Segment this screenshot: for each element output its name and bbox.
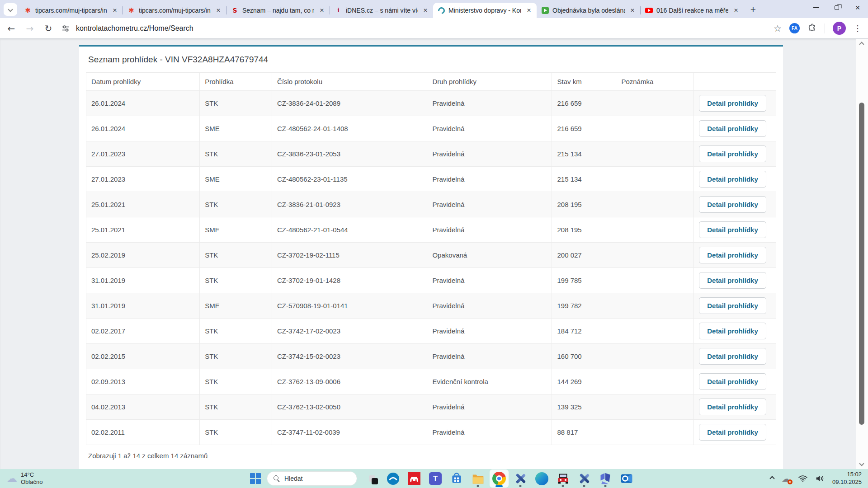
extension-fa-badge[interactable]: FA xyxy=(789,23,800,33)
cell-poznamka xyxy=(616,344,694,369)
detail-prohlidky-button[interactable]: Detail prohlídky xyxy=(699,272,766,289)
system-tray: ☁✕ 15:02 09.10.2025 xyxy=(770,471,868,486)
tab-title: Seznam – najdu tam, co nezná xyxy=(242,7,314,14)
app-x-program-2[interactable] xyxy=(575,469,594,488)
table-row: 31.01.2019 STK CZ-3702-19-01-1428 Pravid… xyxy=(86,268,776,293)
detail-prohlidky-button[interactable]: Detail prohlídky xyxy=(699,95,766,112)
cell-stav-km: 215 134 xyxy=(552,167,616,192)
app-x-program-1[interactable] xyxy=(511,469,530,488)
detail-prohlidky-button[interactable]: Detail prohlídky xyxy=(699,221,766,238)
cell-stav-km: 160 700 xyxy=(552,344,616,369)
tipcars-favicon: ✱ xyxy=(24,7,32,14)
detail-prohlidky-button[interactable]: Detail prohlídky xyxy=(699,323,766,339)
app-outlook[interactable] xyxy=(617,469,636,488)
omnibox[interactable]: kontrolatachometru.cz/Home/Search xyxy=(61,24,767,33)
task-view-button[interactable] xyxy=(362,469,381,488)
minimize-button[interactable] xyxy=(806,0,826,15)
detail-prohlidky-button[interactable]: Detail prohlídky xyxy=(699,196,766,213)
results-card: Seznam prohlídek - VIN VF32A8HZA47679744… xyxy=(79,45,783,469)
onedrive-icon[interactable]: ☁✕ xyxy=(782,474,790,483)
onedrive-error-badge: ✕ xyxy=(788,479,793,484)
detail-prohlidky-button[interactable]: Detail prohlídky xyxy=(699,399,766,415)
scroll-up-icon[interactable] xyxy=(859,42,864,47)
browser-menu-kebab-icon[interactable]: ⋮ xyxy=(854,23,862,33)
minimize-icon xyxy=(813,7,819,8)
back-button[interactable]: ← xyxy=(5,23,17,34)
taskbar-search[interactable]: Hledat xyxy=(267,471,357,486)
restore-icon xyxy=(835,5,839,10)
cell-druh: Evidenční kontrola xyxy=(427,369,552,394)
tab-close-icon[interactable]: ✕ xyxy=(111,6,119,14)
detail-prohlidky-button[interactable]: Detail prohlídky xyxy=(699,247,766,263)
detail-prohlidky-button[interactable]: Detail prohlídky xyxy=(699,120,766,137)
detail-prohlidky-button[interactable]: Detail prohlídky xyxy=(699,171,766,188)
app-edge[interactable] xyxy=(532,469,551,488)
close-button[interactable]: ✕ xyxy=(847,0,868,15)
app-teams[interactable]: T xyxy=(426,469,445,488)
cell-stav-km: 216 659 xyxy=(552,116,616,141)
site-settings-tune-icon[interactable] xyxy=(61,24,70,33)
table-summary: Zobrazuji 1 až 14 z celkem 14 záznamů xyxy=(86,445,776,466)
reload-button[interactable]: ↻ xyxy=(42,23,54,34)
tab-ministerstvo-dopravy-active[interactable]: Ministerstvo dopravy - Kontrola ✕ xyxy=(433,3,537,18)
app-chrome-active[interactable] xyxy=(490,469,509,488)
tab-close-icon[interactable]: ✕ xyxy=(525,6,533,14)
cell-druh: Pravidelná xyxy=(427,91,552,116)
scroll-down-icon[interactable] xyxy=(859,461,864,466)
tab-title: 016 Další reakce na měření plo xyxy=(656,7,728,14)
tab-close-icon[interactable]: ✕ xyxy=(214,6,222,14)
cell-protokol: CZ-480562-21-01-0544 xyxy=(272,217,427,243)
tab-search-button[interactable] xyxy=(4,3,17,16)
profile-avatar[interactable]: P xyxy=(833,22,846,35)
cell-datum: 02.09.2013 xyxy=(86,369,200,394)
detail-prohlidky-button[interactable]: Detail prohlídky xyxy=(699,145,766,162)
scrollbar-thumb[interactable] xyxy=(859,103,864,425)
tab-close-icon[interactable]: ✕ xyxy=(732,6,740,14)
seznam-favicon: S xyxy=(231,7,239,14)
forward-button[interactable]: → xyxy=(24,23,36,34)
page-scrollbar[interactable] xyxy=(856,39,868,469)
weather-condition: Oblačno xyxy=(21,479,42,486)
cell-datum: 02.02.2015 xyxy=(86,344,200,369)
tab-tipcars-2[interactable]: ✱ tipcars.com/muj-tipcars/inzerce ✕ xyxy=(123,3,226,18)
app-file-explorer[interactable] xyxy=(468,469,487,488)
tab-close-icon[interactable]: ✕ xyxy=(318,6,326,14)
tab-objednavka[interactable]: Objednávka byla odeslána. ✕ xyxy=(537,3,640,18)
teams-icon: T xyxy=(429,472,442,485)
start-button[interactable] xyxy=(246,469,264,488)
taskbar-weather-widget[interactable]: ☁ 14°C Oblačno xyxy=(0,471,42,486)
app-tipcars[interactable] xyxy=(405,469,424,488)
app-microsoft-store[interactable] xyxy=(447,469,466,488)
edge-icon xyxy=(535,472,548,485)
app-openoffice[interactable] xyxy=(383,469,402,488)
wifi-icon[interactable] xyxy=(798,475,808,482)
tab-close-icon[interactable]: ✕ xyxy=(421,6,429,14)
detail-prohlidky-button[interactable]: Detail prohlídky xyxy=(699,348,766,365)
window-controls: ✕ xyxy=(806,0,868,15)
tab-idnes[interactable]: i iDNES.cz – s námi víte víc ✕ xyxy=(330,3,433,18)
new-tab-button[interactable]: + xyxy=(746,3,760,16)
cloud-icon: ☁ xyxy=(6,473,17,484)
url-text[interactable]: kontrolatachometru.cz/Home/Search xyxy=(76,24,193,33)
detail-prohlidky-button[interactable]: Detail prohlídky xyxy=(699,373,766,390)
col-header-druh: Druh prohlídky xyxy=(427,73,552,91)
app-pixel-car[interactable] xyxy=(553,469,572,488)
detail-prohlidky-button[interactable]: Detail prohlídky xyxy=(699,297,766,314)
cell-poznamka xyxy=(616,141,694,167)
cell-datum: 25.02.2019 xyxy=(86,243,200,268)
tab-youtube[interactable]: 016 Další reakce na měření plo ✕ xyxy=(640,3,744,18)
bookmark-star-icon[interactable]: ☆ xyxy=(774,23,782,34)
tray-chevron-up-icon[interactable] xyxy=(769,476,774,481)
tab-tipcars-1[interactable]: ✱ tipcars.com/muj-tipcars/inzerce ✕ xyxy=(19,3,123,18)
restore-button[interactable] xyxy=(826,0,847,15)
col-header-prohlidka: Prohlídka xyxy=(200,73,272,91)
detail-prohlidky-button[interactable]: Detail prohlídky xyxy=(699,424,766,441)
extensions-puzzle-icon[interactable] xyxy=(807,23,817,33)
x-app-icon xyxy=(514,472,527,485)
tab-close-icon[interactable]: ✕ xyxy=(628,6,637,14)
volume-icon[interactable] xyxy=(816,475,825,482)
tab-seznam[interactable]: S Seznam – najdu tam, co nezná ✕ xyxy=(226,3,330,18)
app-map-blue[interactable] xyxy=(596,469,615,488)
taskbar-clock[interactable]: 15:02 09.10.2025 xyxy=(832,471,862,486)
cell-prohlidka: STK xyxy=(200,192,272,217)
